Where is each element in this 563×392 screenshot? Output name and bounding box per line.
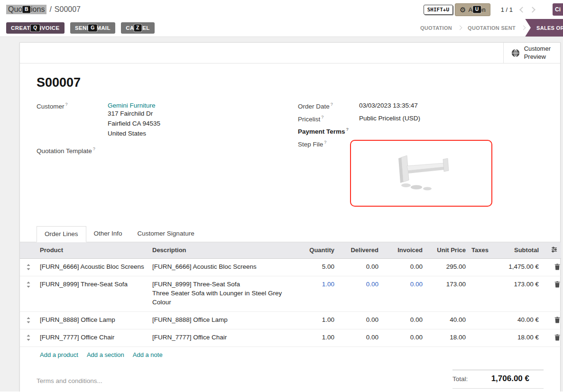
step-file-3d-preview xyxy=(383,152,459,194)
drag-handle-icon[interactable] xyxy=(20,329,37,346)
cell-product[interactable]: [FURN_6666] Acoustic Bloc Screens xyxy=(37,258,149,276)
pricelist-value[interactable]: Public Pricelist (USD) xyxy=(359,115,420,122)
customer-value: Gemini Furniture 317 Fairchild Dr Fairfi… xyxy=(108,102,160,139)
total-label: Total: xyxy=(452,375,468,383)
add-section-link[interactable]: Add a section xyxy=(87,351,124,358)
drag-handle-icon[interactable] xyxy=(20,258,37,276)
table-row[interactable]: [FURN_7777] Office Chair [FURN_7777] Off… xyxy=(20,329,561,346)
fields-left-column: Customer? Gemini Furniture 317 Fairchild… xyxy=(37,102,298,211)
cell-unit-price[interactable]: 40.00 xyxy=(425,311,469,329)
notebook-tabs: Order Lines Other Info Customer Signatur… xyxy=(20,226,560,242)
pager: 1 / 1 xyxy=(501,6,513,13)
cell-taxes[interactable] xyxy=(469,276,493,311)
breadcrumb: Quotations B / S00007 xyxy=(6,5,81,14)
cell-description[interactable]: [FURN_7777] Office Chair xyxy=(149,329,295,346)
cell-product[interactable]: [FURN_8999] Three-Seat Sofa xyxy=(37,276,149,311)
cell-quantity[interactable]: 1.00 xyxy=(295,276,337,311)
cell-delivered[interactable]: 0.00 xyxy=(337,329,381,346)
table-row[interactable]: [FURN_8888] Office Lamp [FURN_8888] Offi… xyxy=(20,311,561,329)
cell-description[interactable]: [FURN_8888] Office Lamp xyxy=(149,311,295,329)
cell-unit-price[interactable]: 173.00 xyxy=(425,276,469,311)
total-block: Total: 1,706.00 € xyxy=(452,370,544,389)
table-row[interactable]: [FURN_8999] Three-Seat Sofa [FURN_8999] … xyxy=(20,276,561,311)
sheet-body: S00007 Customer? Gemini Furniture 317 Fa… xyxy=(20,64,560,211)
globe-icon xyxy=(511,49,520,57)
help-icon: ? xyxy=(321,115,323,119)
create-invoice-button[interactable]: CREATE INVOICE Q xyxy=(6,22,65,34)
cell-quantity[interactable]: 1.00 xyxy=(295,329,337,346)
breadcrumb-bar: Quotations B / S00007 SHIFT+U ⚙ Action U… xyxy=(0,0,563,19)
customer-preview-button[interactable]: Customer Preview xyxy=(503,43,560,63)
cell-taxes[interactable] xyxy=(469,311,493,329)
status-step-quotation[interactable]: QUOTATION xyxy=(414,25,458,31)
header-delivered: Delivered xyxy=(337,242,381,259)
cell-invoiced[interactable]: 0.00 xyxy=(381,276,425,311)
cell-description[interactable]: [FURN_8999] Three-Seat Sofa Three Seater… xyxy=(149,276,295,311)
step-file-label: Step File? xyxy=(298,140,350,148)
quotation-template-label: Quotation Template? xyxy=(37,146,108,155)
delete-row-icon[interactable] xyxy=(542,258,561,276)
cell-product[interactable]: [FURN_8888] Office Lamp xyxy=(37,311,149,329)
field-customer: Customer? Gemini Furniture 317 Fairchild… xyxy=(37,102,298,139)
cell-invoiced[interactable]: 0.00 xyxy=(381,329,425,346)
status-step-quotation-sent[interactable]: QUOTATION SENT xyxy=(461,25,522,31)
tab-order-lines[interactable]: Order Lines xyxy=(37,226,86,242)
delete-row-icon[interactable] xyxy=(542,311,561,329)
cell-subtotal: 1,475.00 € xyxy=(493,258,542,276)
cell-description[interactable]: [FURN_6666] Acoustic Bloc Screens xyxy=(149,258,295,276)
gear-icon: ⚙ xyxy=(460,6,466,13)
add-product-link[interactable]: Add a product xyxy=(40,351,78,358)
pager-next-icon[interactable] xyxy=(529,7,535,13)
sheet-footer: Terms and conditions... Total: 1,706.00 … xyxy=(20,363,560,392)
cell-quantity[interactable]: 5.00 xyxy=(295,258,337,276)
shortcut-hint-z: Z xyxy=(134,24,142,31)
step-file-image[interactable] xyxy=(350,140,492,207)
breadcrumb-quotations[interactable]: Quotations B xyxy=(6,5,46,14)
drag-handle-icon[interactable] xyxy=(20,276,37,311)
cell-invoiced[interactable]: 0.00 xyxy=(381,311,425,329)
drag-handle-icon[interactable] xyxy=(20,311,37,329)
cancel-button[interactable]: CANCEL Z xyxy=(121,22,154,34)
customer-address-line: Fairfield CA 94535 xyxy=(108,119,160,129)
cell-invoiced[interactable]: 0.00 xyxy=(381,258,425,276)
header-subtotal: Subtotal xyxy=(493,242,542,259)
order-date-value[interactable]: 03/03/2023 13:35:47 xyxy=(359,102,418,109)
breadcrumb-current: S00007 xyxy=(55,5,81,14)
fields-right-column: Order Date? 03/03/2023 13:35:47 Pricelis… xyxy=(298,102,544,211)
cell-delivered[interactable]: 0.00 xyxy=(337,258,381,276)
cell-unit-price[interactable]: 295.00 xyxy=(425,258,469,276)
optional-columns-icon[interactable] xyxy=(542,242,561,259)
field-pricelist: Pricelist? Public Pricelist (USD) xyxy=(298,115,544,123)
status-separator-icon xyxy=(521,26,526,30)
header-invoiced: Invoiced xyxy=(381,242,425,259)
add-note-link[interactable]: Add a note xyxy=(133,351,163,358)
cell-taxes[interactable] xyxy=(469,329,493,346)
cell-product[interactable]: [FURN_7777] Office Chair xyxy=(37,329,149,346)
status-step-sales-order[interactable]: SALES ORDER xyxy=(525,19,563,37)
field-quotation-template: Quotation Template? xyxy=(37,146,298,155)
table-header-row: Product Description Quantity Delivered I… xyxy=(20,242,561,259)
tab-other-info[interactable]: Other Info xyxy=(86,226,130,242)
shortcut-badge: SHIFT+U xyxy=(424,5,453,15)
cell-unit-price[interactable]: 18.00 xyxy=(425,329,469,346)
cell-subtotal: 18.00 € xyxy=(493,329,542,346)
cell-delivered[interactable]: 0.00 xyxy=(337,311,381,329)
terms-placeholder[interactable]: Terms and conditions... xyxy=(37,377,102,384)
help-icon: ? xyxy=(331,102,333,107)
action-menu-button[interactable]: ⚙ Action U xyxy=(455,3,490,16)
send-email-button[interactable]: SEND EMAIL G xyxy=(70,22,115,34)
edge-create-button[interactable]: Ci xyxy=(553,3,563,16)
cell-delivered[interactable]: 0.00 xyxy=(337,276,381,311)
cell-quantity[interactable]: 1.00 xyxy=(295,311,337,329)
table-row[interactable]: [FURN_6666] Acoustic Bloc Screens [FURN_… xyxy=(20,258,561,276)
order-date-label: Order Date? xyxy=(298,102,359,110)
pager-previous-icon[interactable] xyxy=(519,7,526,13)
tab-customer-signature[interactable]: Customer Signature xyxy=(130,226,202,242)
delete-row-icon[interactable] xyxy=(542,276,561,311)
field-step-file: Step File? xyxy=(298,140,544,207)
header-handle xyxy=(20,242,37,259)
delete-row-icon[interactable] xyxy=(542,329,561,346)
header-unit-price: Unit Price xyxy=(425,242,469,259)
customer-link[interactable]: Gemini Furniture xyxy=(108,102,156,109)
cell-taxes[interactable] xyxy=(469,258,493,276)
